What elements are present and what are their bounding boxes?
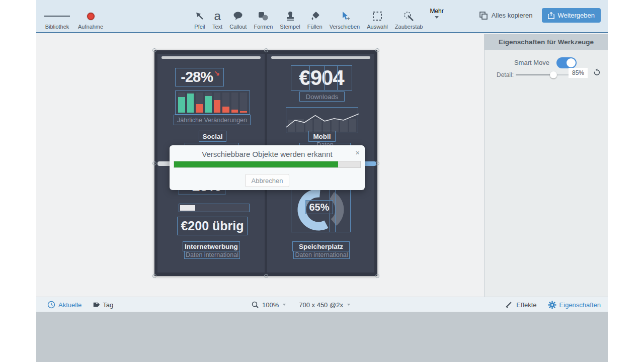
- resize-handle-sw[interactable]: [152, 274, 156, 278]
- budget-progress-bar[interactable]: [179, 204, 250, 212]
- dialog-title: Verschiebbare Objekte werden erkannt: [170, 150, 365, 158]
- more-tools-button[interactable]: Mehr: [430, 4, 443, 30]
- properties-panel-title: Eigenschaften für Werkzeuge: [485, 34, 608, 50]
- cancel-button[interactable]: Abbrechen: [245, 174, 289, 187]
- speicherplatz-title-box[interactable]: Speicherplatz: [292, 241, 350, 251]
- capture-label: Aufnahme: [78, 24, 103, 30]
- chevron-down-icon: [435, 16, 439, 19]
- resize-handle-ne[interactable]: [375, 48, 379, 52]
- library-icon: [44, 10, 70, 23]
- tool-selection[interactable]: Auswahl: [367, 4, 388, 30]
- annual-caption-box[interactable]: Jährliche Veränderungen: [174, 115, 251, 125]
- tool-callout[interactable]: Callout: [229, 4, 247, 30]
- page-top-bar: [271, 56, 370, 59]
- mobile-line-chart[interactable]: [286, 107, 358, 133]
- text-icon: a: [214, 10, 220, 23]
- reset-icon[interactable]: [593, 68, 601, 78]
- clock-icon: [47, 301, 55, 309]
- right-footer-subtitle-box[interactable]: Daten international: [293, 251, 350, 259]
- zoom-control[interactable]: 100%: [252, 301, 286, 309]
- detection-progress-dialog: Verschiebbare Objekte werden erkannt × A…: [170, 145, 365, 190]
- library-button[interactable]: Bibliothek: [44, 4, 70, 30]
- library-label: Bibliothek: [45, 24, 69, 30]
- shapes-icon: [257, 10, 269, 23]
- tool-properties-panel: Eigenschaften für Werkzeuge Smart Move D…: [484, 34, 608, 297]
- stamp-icon: [285, 10, 296, 23]
- tool-move[interactable]: Verschieben: [330, 4, 360, 30]
- down-trend-arrow-icon: ↘: [214, 69, 219, 77]
- tool-arrow[interactable]: Pfeil: [194, 4, 205, 30]
- snagit-editor-window: Bibliothek Aufnahme Pfeil a Text: [36, 0, 608, 362]
- smart-move-label: Smart Move: [514, 59, 549, 66]
- copy-all-label: Alles kopieren: [492, 12, 533, 19]
- detail-slider-knob[interactable]: [550, 71, 557, 78]
- capture-button[interactable]: Aufnahme: [78, 4, 103, 30]
- detail-slider[interactable]: [516, 74, 571, 75]
- tool-shapes[interactable]: Formen: [254, 4, 273, 30]
- share-button[interactable]: Weitergeben: [542, 8, 601, 23]
- annual-bar-chart[interactable]: [175, 90, 250, 115]
- downloads-caption-box[interactable]: Downloads: [299, 92, 345, 102]
- properties-button[interactable]: Eigenschaften: [548, 301, 601, 309]
- resize-handle-w[interactable]: [152, 161, 156, 165]
- recent-button[interactable]: Aktuelle: [47, 301, 82, 309]
- fill-bucket-icon: [309, 10, 320, 23]
- editor-tray-area: [36, 312, 608, 362]
- chevron-down-icon: [283, 304, 286, 306]
- top-toolbar: Bibliothek Aufnahme Pfeil a Text: [36, 0, 608, 33]
- canvas-area[interactable]: -28%↘ Jährliche Veränderungen Social Dat…: [36, 34, 484, 297]
- more-label: Mehr: [430, 8, 443, 15]
- arrow-icon: [194, 10, 205, 23]
- resize-handle-s[interactable]: [264, 274, 268, 278]
- internetwerbung-title-box[interactable]: Internetwerbung: [183, 241, 240, 251]
- share-label: Weitergeben: [558, 12, 595, 19]
- stat-minus28-box[interactable]: -28%↘: [175, 68, 224, 86]
- callout-icon: [232, 10, 244, 23]
- tool-fill[interactable]: Füllen: [307, 4, 323, 30]
- status-bar: Aktuelle Tag 100% 700 x 450 @2x Effekte: [36, 297, 608, 312]
- effects-button[interactable]: Effekte: [505, 301, 536, 309]
- social-title-box[interactable]: Social: [199, 131, 226, 142]
- close-icon[interactable]: ×: [355, 148, 360, 157]
- tag-button[interactable]: Tag: [92, 301, 113, 309]
- detail-label: Detail:: [497, 71, 514, 78]
- copy-all-button[interactable]: Alles kopieren: [479, 11, 533, 20]
- smart-move-toggle[interactable]: [556, 57, 577, 68]
- budget-progress-fill: [180, 205, 195, 211]
- mobil-title-box[interactable]: Mobil: [308, 131, 336, 142]
- resize-handle-se[interactable]: [375, 274, 379, 278]
- record-icon: [87, 10, 95, 23]
- stat-904-box[interactable]: €904: [291, 65, 352, 90]
- resize-handle-n[interactable]: [264, 48, 268, 52]
- selection-icon: [372, 10, 383, 23]
- stat-200-box[interactable]: €200 übrig: [177, 217, 248, 235]
- tool-magic-wand[interactable]: Zauberstab: [395, 4, 423, 30]
- move-cursor-icon: [339, 10, 351, 23]
- gear-icon: [548, 301, 556, 309]
- canvas-size-control[interactable]: 700 x 450 @2x: [299, 301, 350, 309]
- detection-progress-fill: [174, 161, 338, 167]
- share-icon: [548, 12, 554, 19]
- magnifier-icon: [252, 301, 259, 309]
- copy-icon: [479, 11, 488, 20]
- detection-progress-bar: [174, 161, 361, 168]
- effects-wand-icon: [505, 301, 513, 309]
- tool-text[interactable]: a Text: [212, 4, 222, 30]
- donut-percent-box[interactable]: 65%: [305, 200, 333, 214]
- chevron-down-icon: [347, 304, 350, 306]
- tag-icon: [92, 301, 100, 309]
- line-chart-line: [286, 108, 359, 134]
- detail-value-input[interactable]: 85%: [569, 68, 588, 78]
- magic-wand-icon: [403, 10, 415, 23]
- resize-handle-nw[interactable]: [152, 48, 156, 52]
- scan-line-right: [363, 161, 376, 166]
- tool-stamp[interactable]: Stempel: [280, 4, 300, 30]
- page-top-bar: [162, 56, 261, 59]
- left-footer-subtitle-box[interactable]: Daten international: [184, 251, 240, 259]
